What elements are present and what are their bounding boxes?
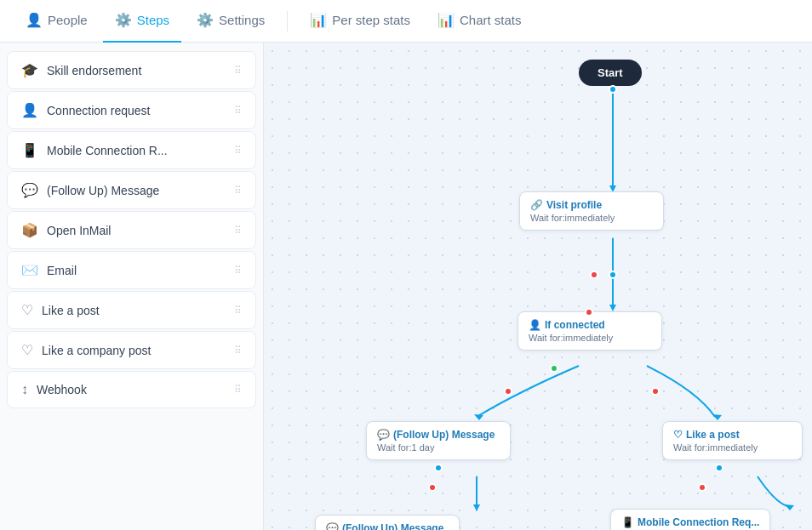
open-inmail-label: Open InMail	[47, 224, 111, 237]
mobile-connection-label: Mobile Connection R...	[47, 144, 168, 157]
tab-chart-stats[interactable]: 📊 Chart stats	[426, 0, 534, 43]
drag-handle[interactable]: ⠿	[234, 305, 242, 316]
sidebar-item-email[interactable]: ✉️ Email ⠿	[7, 251, 256, 289]
visit-profile-wait: Wait for:immediately	[530, 213, 653, 223]
connection-icon: 👤	[21, 102, 38, 118]
message-icon: 💬	[21, 182, 38, 198]
drag-handle[interactable]: ⠿	[234, 185, 242, 197]
connection-request-label: Connection request	[47, 104, 150, 117]
followup2-icon: 💬	[326, 522, 339, 530]
start-node: Start	[579, 60, 642, 86]
tab-settings-label: Settings	[219, 13, 265, 27]
sidebar-item-follow-up-message[interactable]: 💬 (Follow Up) Message ⠿	[7, 171, 256, 209]
email-label: Email	[47, 264, 77, 277]
followup2-title: (Follow Up) Message	[342, 522, 443, 530]
connector-dot-likepost-bottom	[715, 464, 723, 472]
svg-marker-4	[473, 504, 480, 511]
svg-marker-5	[785, 504, 794, 510]
connector-dot-if-red-left	[504, 387, 512, 396]
follow-up-message-label: (Follow Up) Message	[47, 184, 159, 197]
tab-settings[interactable]: ⚙️ Settings	[185, 0, 277, 43]
like-company-post-label: Like a company post	[42, 344, 151, 357]
drag-handle[interactable]: ⠿	[234, 65, 242, 77]
sidebar-item-mobile-connection[interactable]: 📱 Mobile Connection R... ⠿	[7, 131, 256, 169]
if-connected-icon: 👤	[529, 319, 541, 331]
settings-icon: ⚙️	[197, 12, 214, 28]
svg-marker-3	[712, 414, 722, 420]
followup1-icon: 💬	[377, 429, 390, 441]
skill-endorsement-label: Skill endorsement	[47, 64, 141, 77]
nav-divider	[287, 11, 288, 31]
connector-dot-start	[609, 85, 617, 94]
followup1-title: (Follow Up) Message	[393, 429, 495, 441]
start-label: Start	[598, 66, 623, 79]
like-post-flow-wait: Wait for:immediately	[673, 442, 792, 453]
sidebar-item-open-inmail[interactable]: 📦 Open InMail ⠿	[7, 211, 256, 249]
connector-dot-likepost-red	[698, 483, 706, 492]
steps-sidebar: 🎓 Skill endorsement ⠿ 👤 Connection reque…	[0, 43, 264, 530]
like-post-flow-icon: ♡	[673, 429, 683, 441]
flow-node-if-connected[interactable]: 👤 If connected Wait for:immediately	[518, 311, 662, 350]
mobile-conn-icon: 📱	[621, 516, 634, 528]
webhook-icon: ↕️	[21, 382, 28, 397]
steps-icon: ⚙️	[115, 12, 132, 28]
top-navigation: 👤 People ⚙️ Steps ⚙️ Settings 📊 Per step…	[0, 0, 812, 43]
followup1-wait: Wait for:1 day	[377, 442, 500, 453]
connector-dot-if-red-right	[651, 387, 660, 396]
connector-dot-followup1-bottom	[434, 464, 443, 472]
main-layout: 🎓 Skill endorsement ⠿ 👤 Connection reque…	[0, 43, 812, 530]
chart-icon: 📊	[437, 12, 455, 28]
flow-node-followup-2[interactable]: 💬 (Follow Up) Message Wait for:2 days	[315, 515, 460, 530]
sidebar-item-like-post[interactable]: ♡ Like a post ⠿	[7, 291, 256, 329]
mobile-conn-title: Mobile Connection Req...	[638, 516, 759, 528]
like-post-label: Like a post	[42, 304, 100, 317]
tab-steps[interactable]: ⚙️ Steps	[103, 0, 181, 43]
visit-profile-icon: 🔗	[530, 199, 543, 211]
skill-icon: 🎓	[21, 62, 38, 78]
flow-node-mobile-conn[interactable]: 📱 Mobile Connection Req... Wait for:imme…	[610, 509, 770, 530]
tab-steps-label: Steps	[137, 13, 169, 27]
mobile-icon: 📱	[21, 142, 38, 158]
connector-dot-visit-blue	[609, 271, 617, 279]
tab-per-step-stats-label: Per step stats	[332, 13, 410, 27]
tab-people-label: People	[48, 13, 88, 27]
webhook-label: Webhook	[37, 383, 87, 396]
tab-per-step-stats[interactable]: 📊 Per step stats	[298, 0, 422, 43]
flow-node-visit-profile[interactable]: 🔗 Visit profile Wait for:immediately	[519, 191, 664, 231]
tab-people[interactable]: 👤 People	[14, 0, 100, 43]
like-post-flow-title: Like a post	[686, 429, 740, 441]
if-connected-title: If connected	[545, 319, 605, 331]
svg-marker-2	[474, 414, 483, 420]
visit-profile-title: Visit profile	[546, 199, 602, 211]
people-icon: 👤	[26, 12, 43, 28]
sidebar-item-webhook[interactable]: ↕️ Webhook ⠿	[7, 371, 256, 408]
connector-dot-if-green	[550, 364, 558, 373]
tab-chart-stats-label: Chart stats	[460, 13, 522, 27]
connector-dot-if-top-red	[585, 308, 593, 316]
like-company-icon: ♡	[21, 342, 33, 358]
flow-node-like-post[interactable]: ♡ Like a post Wait for:immediately	[662, 421, 803, 460]
sidebar-item-connection-request[interactable]: 👤 Connection request ⠿	[7, 91, 256, 129]
connector-dot-visit-red	[590, 271, 598, 279]
bar-chart-icon: 📊	[310, 12, 327, 28]
sidebar-item-skill-endorsement[interactable]: 🎓 Skill endorsement ⠿	[7, 51, 256, 89]
drag-handle[interactable]: ⠿	[234, 105, 242, 117]
inmail-icon: 📦	[21, 222, 38, 238]
drag-handle[interactable]: ⠿	[234, 265, 242, 276]
flow-canvas[interactable]: Start 🔗 Visit profile Wait for:immediate…	[264, 43, 812, 530]
svg-marker-1	[609, 305, 616, 311]
if-connected-wait: Wait for:immediately	[529, 333, 651, 343]
flow-node-followup-1[interactable]: 💬 (Follow Up) Message Wait for:1 day	[366, 421, 511, 460]
like-icon: ♡	[21, 302, 33, 318]
drag-handle[interactable]: ⠿	[234, 225, 242, 237]
sidebar-item-like-company-post[interactable]: ♡ Like a company post ⠿	[7, 331, 256, 369]
drag-handle[interactable]: ⠿	[234, 345, 242, 356]
drag-handle[interactable]: ⠿	[234, 145, 242, 157]
email-icon: ✉️	[21, 262, 38, 278]
connector-dot-followup1-red	[428, 483, 437, 492]
drag-handle[interactable]: ⠿	[234, 384, 242, 396]
